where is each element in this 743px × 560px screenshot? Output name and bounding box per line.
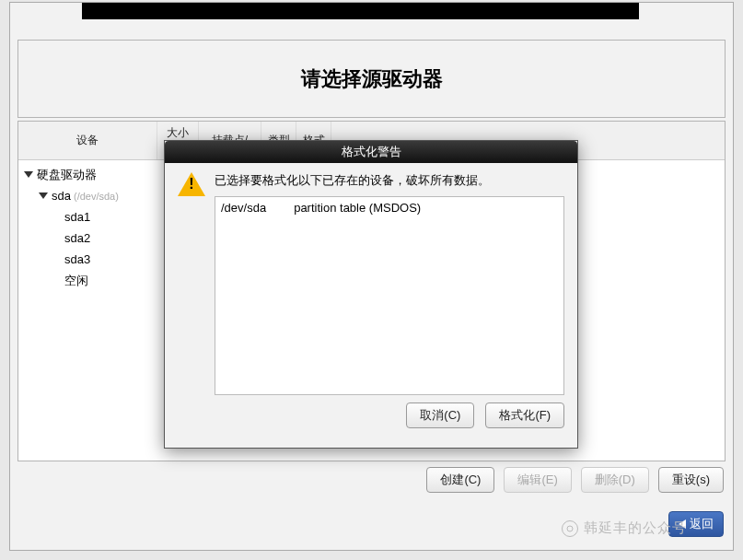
dialog-content: 已选择要格式化以下已存在的设备，破坏所有数据。 /dev/sda partiti… <box>215 172 564 395</box>
create-button[interactable]: 创建(C) <box>426 467 494 493</box>
cancel-button[interactable]: 取消(C) <box>406 402 474 428</box>
watermark-text: 韩延丰的公众号 <box>584 519 687 537</box>
dialog-footer: 取消(C) 格式化(F) <box>165 402 577 439</box>
tree-label: sda1 <box>18 210 157 224</box>
title-panel: 请选择源驱动器 <box>17 40 726 118</box>
expander-icon[interactable] <box>24 171 33 178</box>
list-desc: partition table (MSDOS) <box>294 201 421 215</box>
delete-button: 删除(D) <box>581 467 649 493</box>
window-top-bar <box>82 3 639 19</box>
dialog-body: 已选择要格式化以下已存在的设备，破坏所有数据。 /dev/sda partiti… <box>165 163 577 402</box>
reset-button[interactable]: 重设(s) <box>658 467 724 493</box>
col-device[interactable]: 设备 <box>18 122 157 159</box>
tree-label: sda3 <box>18 252 157 266</box>
page-title: 请选择源驱动器 <box>301 65 443 93</box>
dialog-message: 已选择要格式化以下已存在的设备，破坏所有数据。 <box>215 172 564 189</box>
dialog-device-list[interactable]: /dev/sda partition table (MSDOS) <box>215 196 564 395</box>
root-label: 硬盘驱动器 <box>37 167 97 183</box>
format-warning-dialog: 格式化警告 已选择要格式化以下已存在的设备，破坏所有数据。 /dev/sda p… <box>164 140 578 449</box>
edit-button: 编辑(E) <box>504 467 571 493</box>
sda-label: sda <box>52 189 71 203</box>
action-button-row: 创建(C) 编辑(E) 删除(D) 重设(s) <box>19 467 727 493</box>
list-dev: /dev/sda <box>221 201 266 215</box>
format-button[interactable]: 格式化(F) <box>485 402 564 428</box>
tree-label: 空闲 <box>18 273 157 289</box>
expander-icon[interactable] <box>39 192 48 199</box>
watermark: 韩延丰的公众号 <box>562 519 687 537</box>
dialog-title: 格式化警告 <box>165 141 577 163</box>
sda-hint: (/dev/sda) <box>74 191 119 202</box>
warning-icon <box>178 172 205 196</box>
watermark-icon <box>562 520 578 537</box>
tree-label: sda2 <box>18 231 157 245</box>
list-item[interactable]: /dev/sda partition table (MSDOS) <box>221 201 558 215</box>
back-label: 返回 <box>690 516 714 532</box>
